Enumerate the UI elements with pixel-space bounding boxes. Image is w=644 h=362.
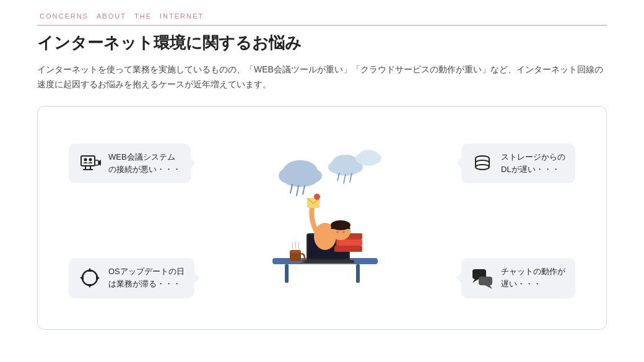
svg-rect-0 <box>81 156 95 166</box>
page-title: インターネット環境に関するお悩み <box>37 32 607 54</box>
svg-line-31 <box>303 186 305 194</box>
breadcrumb-part4: INTERNET <box>160 12 204 20</box>
breadcrumb-part3: THE <box>134 12 152 20</box>
svg-point-58 <box>342 231 345 233</box>
bubble-chat-text: チャットの動作が 遅い・・・ <box>501 265 565 290</box>
video-conference-icon <box>79 152 101 175</box>
svg-point-28 <box>283 172 318 187</box>
svg-point-57 <box>336 231 339 233</box>
svg-rect-44 <box>285 264 289 283</box>
update-icon <box>79 267 101 289</box>
page-container: CONCERNS ABOUT THE INTERNET インターネット環境に関す… <box>0 0 644 342</box>
breadcrumb: CONCERNS ABOUT THE INTERNET <box>37 12 607 20</box>
description-text: インターネットを使って業務を実施しているものの、「WEB会議ツールが重い」「クラ… <box>37 62 607 92</box>
title-bar: インターネット環境に関するお悩み <box>37 25 607 54</box>
bubble-os-update: OSアップデートの日 は業務が滞る・・・ <box>69 258 194 298</box>
storage-icon <box>471 152 494 175</box>
bubble-chat: チャットの動作が 遅い・・・ <box>461 258 575 298</box>
chat-icon <box>471 267 494 289</box>
svg-line-30 <box>297 186 298 196</box>
svg-rect-49 <box>334 246 362 252</box>
svg-rect-45 <box>356 264 360 283</box>
svg-marker-20 <box>80 275 84 280</box>
center-illustration <box>254 137 390 298</box>
svg-rect-64 <box>290 251 300 253</box>
svg-point-35 <box>332 163 359 176</box>
svg-rect-23 <box>479 277 492 285</box>
svg-marker-18 <box>96 275 100 280</box>
breadcrumb-part2: ABOUT <box>97 12 126 20</box>
svg-rect-48 <box>302 260 354 263</box>
svg-marker-24 <box>485 285 492 289</box>
svg-rect-50 <box>336 239 362 246</box>
svg-marker-19 <box>87 284 92 288</box>
svg-marker-17 <box>87 268 92 272</box>
svg-marker-22 <box>472 279 479 283</box>
bubble-storage-text: ストレージからの DLが遅い・・・ <box>501 151 565 176</box>
svg-point-5 <box>89 158 92 161</box>
svg-point-4 <box>84 158 87 161</box>
svg-point-42 <box>359 156 378 166</box>
bubble-web-meeting: WEB会議システム の接続が悪い・・・ <box>69 144 191 183</box>
breadcrumb-part1: CONCERNS <box>40 12 89 20</box>
card-inner: WEB会議システム の接続が悪い・・・ <box>56 125 588 311</box>
bubble-storage: ストレージからの DLが遅い・・・ <box>461 144 575 183</box>
svg-point-62 <box>314 194 320 200</box>
concerns-card: WEB会議システム の接続が悪い・・・ <box>37 106 607 330</box>
bubble-os-update-text: OSアップデートの日 は業務が滞る・・・ <box>108 265 185 290</box>
svg-line-37 <box>344 175 346 183</box>
bubble-web-meeting-text: WEB会議システム の接続が悪い・・・ <box>108 151 181 176</box>
